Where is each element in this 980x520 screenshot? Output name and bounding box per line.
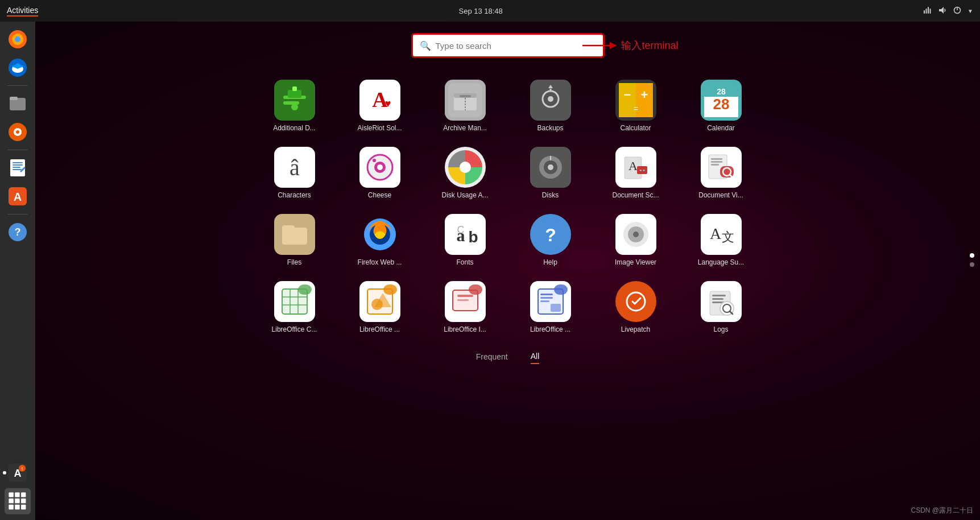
app-files[interactable]: Files: [258, 209, 332, 271]
app-icon-cheese: [359, 147, 400, 188]
sidebar-item-firefox[interactable]: [5, 26, 31, 52]
sidebar-item-thunderbird[interactable]: [5, 55, 31, 81]
svg-rect-39: [15, 505, 19, 509]
app-docscanner[interactable]: A 👓 Document Sc...: [599, 142, 673, 204]
page-dots: [970, 253, 974, 267]
app-lbo-impress[interactable]: LibreOffice I...: [428, 276, 502, 338]
svg-rect-46: [288, 90, 301, 98]
sidebar-divider-2: [7, 150, 28, 150]
sidebar-item-appcenter[interactable]: A: [5, 183, 31, 209]
svg-text:?: ?: [15, 226, 21, 238]
svg-rect-94: [711, 158, 722, 160]
app-label-imageviewer: Image Viewer: [615, 258, 656, 266]
sidebar-item-rhythmbox[interactable]: [5, 119, 31, 145]
app-label-lbo-writer: LibreOffice ...: [530, 325, 570, 333]
power-dropdown[interactable]: ▼: [967, 8, 973, 14]
search-annotation: 输入terminal: [582, 39, 678, 52]
sidebar-item-show-apps[interactable]: [5, 488, 31, 514]
app-icon-lbo-draw: [359, 281, 400, 322]
svg-rect-2: [928, 7, 929, 14]
app-langsu[interactable]: A 文 Language Su...: [684, 209, 758, 271]
app-imageviewer[interactable]: Image Viewer: [599, 209, 673, 271]
bottom-tabs: Frequent All: [476, 352, 540, 364]
svg-text:文: 文: [722, 230, 734, 244]
svg-text:b: b: [468, 228, 478, 246]
svg-rect-145: [712, 295, 726, 296]
watermark: CSDN @露月二十日: [911, 506, 973, 515]
app-archive[interactable]: Archive Man...: [428, 75, 502, 137]
svg-text:=: =: [633, 104, 638, 113]
app-firefox[interactable]: Firefox Web ...: [343, 209, 417, 271]
sidebar-divider-3: [7, 214, 28, 214]
sidebar-item-files[interactable]: [5, 90, 31, 117]
tab-frequent[interactable]: Frequent: [476, 352, 508, 364]
app-disks[interactable]: Disks: [514, 142, 588, 204]
sidebar-divider-1: [7, 85, 28, 86]
svg-rect-134: [469, 284, 482, 295]
app-label-files: Files: [287, 258, 301, 266]
annotation-text: 输入terminal: [621, 39, 678, 52]
app-label-archive: Archive Man...: [443, 124, 487, 132]
svg-rect-45: [283, 101, 299, 105]
app-grid: Additional D... A ♥ AisleRiot Sol...: [246, 75, 770, 338]
app-label-disks: Disks: [542, 191, 559, 199]
app-icon-additional: [274, 80, 315, 121]
sidebar-item-updater[interactable]: A !: [5, 460, 31, 486]
power-icon[interactable]: [953, 6, 962, 16]
app-icon-archive: [445, 80, 486, 121]
search-input[interactable]: [436, 41, 596, 51]
app-cheese[interactable]: Cheese: [343, 142, 417, 204]
svg-rect-102: [282, 225, 295, 230]
app-characters[interactable]: â Characters: [258, 142, 332, 204]
app-label-calendar: Calendar: [707, 124, 735, 132]
app-additional[interactable]: Additional D...: [258, 75, 332, 137]
app-calculator[interactable]: − + = Calculator: [599, 75, 673, 137]
activities-label[interactable]: Activities: [7, 6, 38, 16]
app-label-logs: Logs: [713, 325, 728, 333]
svg-rect-34: [21, 492, 26, 497]
app-label-docviewer: Document Vi...: [698, 191, 743, 199]
svg-text:A: A: [709, 225, 721, 242]
svg-rect-22: [13, 169, 22, 170]
svg-rect-141: [551, 304, 561, 312]
svg-point-114: [633, 232, 639, 237]
app-lbo-calc[interactable]: LibreOffice C...: [258, 276, 332, 338]
app-icon-calculator: − + =: [615, 80, 656, 121]
page-dot-2[interactable]: [970, 262, 974, 267]
app-diskusage[interactable]: Disk Usage A...: [428, 142, 502, 204]
network-icon[interactable]: [923, 6, 932, 16]
app-label-aisle: AisleRiot Sol...: [357, 124, 402, 132]
app-lbo-writer[interactable]: LibreOffice ...: [514, 276, 588, 338]
svg-rect-96: [711, 164, 719, 166]
volume-icon[interactable]: [938, 6, 947, 16]
app-aisle[interactable]: A ♥ AisleRiot Sol...: [343, 75, 417, 137]
svg-text:♥: ♥: [384, 98, 391, 109]
app-label-lbo-calc: LibreOffice C...: [272, 325, 317, 333]
app-fonts[interactable]: a b C Fonts: [428, 209, 502, 271]
page-dot-1[interactable]: [970, 253, 974, 258]
tab-all[interactable]: All: [531, 352, 540, 364]
app-livepatch[interactable]: Livepatch: [599, 276, 673, 338]
svg-rect-3: [930, 9, 931, 14]
app-label-lbo-impress: LibreOffice I...: [444, 325, 486, 333]
app-logs[interactable]: Logs: [684, 276, 758, 338]
sidebar-item-writer[interactable]: [5, 155, 31, 181]
app-label-help: Help: [543, 258, 557, 266]
app-backups[interactable]: Backups: [514, 75, 588, 137]
app-lbo-draw[interactable]: LibreOffice ...: [343, 276, 417, 338]
app-icon-logs: [701, 281, 742, 322]
app-icon-files: [274, 214, 315, 255]
app-calendar[interactable]: 28 28 Calendar: [684, 75, 758, 137]
app-icon-aisle: A ♥: [359, 80, 400, 121]
svg-rect-48: [292, 86, 297, 91]
sidebar-bottom: A !: [5, 460, 31, 520]
app-help[interactable]: ? Help: [514, 209, 588, 271]
svg-text:👓: 👓: [639, 167, 646, 174]
app-icon-docscanner: A 👓: [615, 147, 656, 188]
svg-point-47: [291, 104, 298, 110]
svg-rect-55: [460, 95, 471, 97]
svg-rect-40: [21, 505, 26, 509]
sidebar-item-help[interactable]: ?: [5, 219, 31, 245]
app-icon-imageviewer: [615, 214, 656, 255]
app-docviewer[interactable]: Document Vi...: [684, 142, 758, 204]
